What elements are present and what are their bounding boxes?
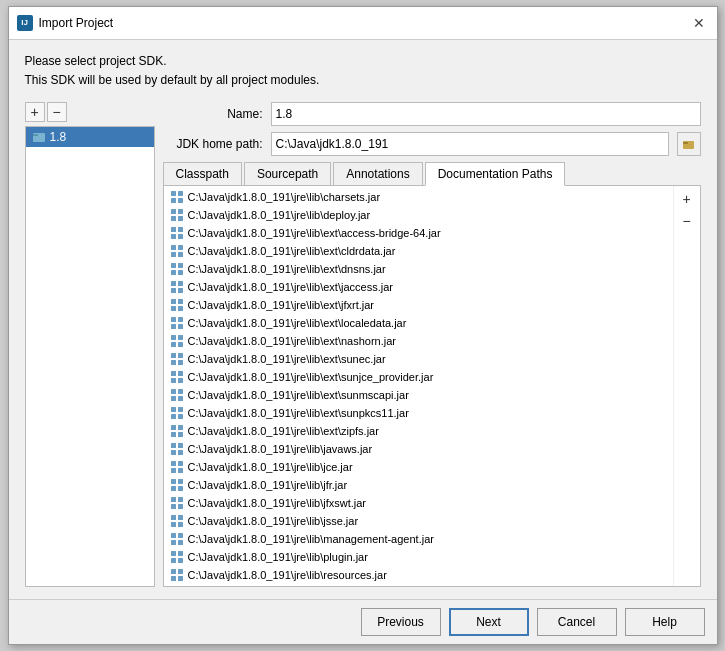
list-item[interactable]: C:\Java\jdk1.8.0_191\jre\lib\jfxswt.jar [164,494,673,512]
file-path: C:\Java\jdk1.8.0_191\jre\lib\management-… [188,533,434,545]
svg-rect-52 [171,407,176,412]
tab-container: Classpath Sourcepath Annotations Documen… [163,162,701,587]
list-item[interactable]: C:\Java\jdk1.8.0_191\jre\lib\jsse.jar [164,512,673,530]
svg-rect-25 [178,281,183,286]
svg-rect-47 [178,378,183,383]
tab-annotations[interactable]: Annotations [333,162,422,185]
file-path: C:\Java\jdk1.8.0_191\jre\lib\charsets.ja… [188,191,381,203]
svg-rect-28 [171,299,176,304]
svg-rect-64 [171,461,176,466]
file-path: C:\Java\jdk1.8.0_191\jre\lib\jsse.jar [188,515,359,527]
file-list[interactable]: C:\Java\jdk1.8.0_191\jre\lib\charsets.ja… [164,186,673,586]
list-item[interactable]: C:\Java\jdk1.8.0_191\jre\lib\ext\jfxrt.j… [164,296,673,314]
help-button[interactable]: Help [625,608,705,636]
svg-rect-63 [178,450,183,455]
jar-icon [170,406,184,420]
svg-rect-9 [178,209,183,214]
list-item[interactable]: C:\Java\jdk1.8.0_191\jre\lib\ext\nashorn… [164,332,673,350]
sdk-folder-icon [32,130,46,144]
list-item[interactable]: C:\Java\jdk1.8.0_191\jre\lib\management-… [164,530,673,548]
tab-classpath[interactable]: Classpath [163,162,242,185]
previous-button[interactable]: Previous [361,608,441,636]
list-item[interactable]: C:\Java\jdk1.8.0_191\jre\lib\jce.jar [164,458,673,476]
sdk-item[interactable]: 1.8 [26,127,154,147]
svg-rect-21 [178,263,183,268]
list-item[interactable]: C:\Java\jdk1.8.0_191\jre\lib\jfr.jar [164,476,673,494]
svg-rect-65 [178,461,183,466]
list-item[interactable]: C:\Java\jdk1.8.0_191\jre\lib\ext\zipfs.j… [164,422,673,440]
remove-sdk-button[interactable]: − [47,102,67,122]
list-item[interactable]: C:\Java\jdk1.8.0_191\jre\lib\ext\dnsns.j… [164,260,673,278]
svg-rect-10 [171,216,176,221]
svg-rect-5 [178,191,183,196]
jar-icon [170,298,184,312]
list-item[interactable]: C:\Java\jdk1.8.0_191\jre\lib\ext\sunec.j… [164,350,673,368]
file-path: C:\Java\jdk1.8.0_191\jre\lib\ext\cldrdat… [188,245,396,257]
jar-icon [170,352,184,366]
svg-rect-90 [171,576,176,581]
svg-rect-49 [178,389,183,394]
list-item[interactable]: C:\Java\jdk1.8.0_191\jre\lib\ext\sunjce_… [164,368,673,386]
jar-icon [170,244,184,258]
import-project-dialog: IJ Import Project ✕ Please select projec… [8,6,718,645]
svg-rect-27 [178,288,183,293]
svg-rect-50 [171,396,176,401]
list-item[interactable]: C:\Java\jdk1.8.0_191\jre\lib\ext\jaccess… [164,278,673,296]
cancel-button[interactable]: Cancel [537,608,617,636]
list-item[interactable]: C:\Java\jdk1.8.0_191\jre\lib\plugin.jar [164,548,673,566]
next-button[interactable]: Next [449,608,529,636]
jdk-path-field-row: JDK home path: [163,132,701,156]
svg-rect-70 [171,486,176,491]
file-path: C:\Java\jdk1.8.0_191\jre\lib\ext\sunpkcs… [188,407,409,419]
jar-icon [170,442,184,456]
dialog-icon: IJ [17,15,33,31]
svg-rect-60 [171,443,176,448]
svg-rect-7 [178,198,183,203]
svg-rect-91 [178,576,183,581]
jdk-path-label: JDK home path: [163,137,263,151]
dialog-footer: Previous Next Cancel Help [9,599,717,644]
jar-icon [170,262,184,276]
right-panel: Name: JDK home path: [163,102,701,587]
list-item[interactable]: C:\Java\jdk1.8.0_191\jre\lib\ext\sunmsca… [164,386,673,404]
title-bar: IJ Import Project ✕ [9,7,717,40]
file-path: C:\Java\jdk1.8.0_191\jre\lib\jfr.jar [188,479,348,491]
svg-rect-84 [171,551,176,556]
list-item[interactable]: C:\Java\jdk1.8.0_191\jre\lib\ext\sunpkcs… [164,404,673,422]
svg-rect-33 [178,317,183,322]
jar-icon [170,388,184,402]
name-input[interactable] [271,102,701,126]
close-button[interactable]: ✕ [689,13,709,33]
tab-documentation-paths[interactable]: Documentation Paths [425,162,566,186]
list-item[interactable]: C:\Java\jdk1.8.0_191\jre\lib\ext\cldrdat… [164,242,673,260]
add-path-button[interactable]: + [678,190,696,208]
jdk-path-input[interactable] [271,132,669,156]
list-item[interactable]: C:\Java\jdk1.8.0_191\jre\lib\resources.j… [164,566,673,584]
svg-rect-46 [171,378,176,383]
file-path: C:\Java\jdk1.8.0_191\jre\lib\ext\zipfs.j… [188,425,379,437]
svg-rect-17 [178,245,183,250]
file-path: C:\Java\jdk1.8.0_191\jre\lib\ext\sunjce_… [188,371,434,383]
svg-rect-13 [178,227,183,232]
svg-rect-30 [171,306,176,311]
browse-button[interactable] [677,132,701,156]
list-item[interactable]: C:\Java\jdk1.8.0_191\jre\lib\charsets.ja… [164,188,673,206]
file-path: C:\Java\jdk1.8.0_191\jre\lib\plugin.jar [188,551,368,563]
remove-path-button[interactable]: − [678,212,696,230]
tab-sourcepath[interactable]: Sourcepath [244,162,331,185]
list-item[interactable]: C:\Java\jdk1.8.0_191\jre\lib\deploy.jar [164,206,673,224]
list-toolbar: + − [673,186,700,586]
svg-rect-67 [178,468,183,473]
list-item[interactable]: C:\Java\jdk1.8.0_191\jre\lib\ext\access-… [164,224,673,242]
list-item[interactable]: C:\Java\jdk1.8.0_191\jre\lib\ext\localed… [164,314,673,332]
file-path: C:\Java\jdk1.8.0_191\jre\lib\ext\sunec.j… [188,353,386,365]
file-path: C:\Java\jdk1.8.0_191\jre\lib\javaws.jar [188,443,373,455]
svg-rect-73 [178,497,183,502]
svg-rect-24 [171,281,176,286]
jar-icon [170,226,184,240]
svg-rect-23 [178,270,183,275]
svg-rect-8 [171,209,176,214]
list-item[interactable]: C:\Java\jdk1.8.0_191\jre\lib\javaws.jar [164,440,673,458]
add-sdk-button[interactable]: + [25,102,45,122]
svg-rect-71 [178,486,183,491]
